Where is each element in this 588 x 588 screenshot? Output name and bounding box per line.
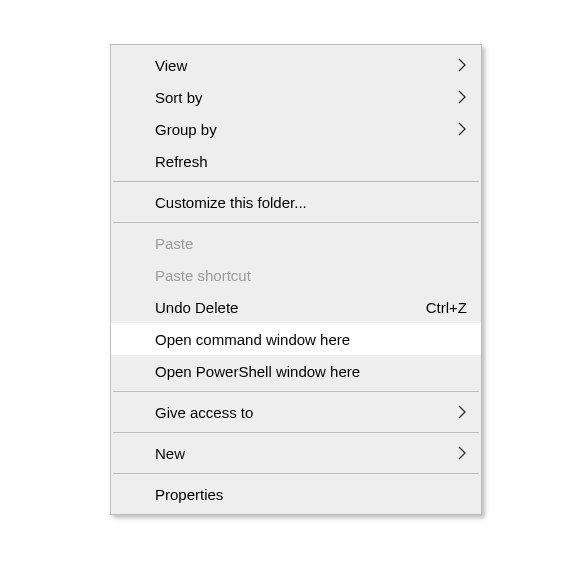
menu-item-label: New (155, 445, 445, 462)
menu-item[interactable]: Open PowerShell window here (111, 355, 481, 387)
menu-item-label: Customize this folder... (155, 194, 467, 211)
menu-item[interactable]: Properties (111, 478, 481, 510)
menu-item-shortcut: Ctrl+Z (426, 299, 467, 316)
menu-item[interactable]: Give access to (111, 396, 481, 428)
menu-item[interactable]: Undo DeleteCtrl+Z (111, 291, 481, 323)
menu-item-label: View (155, 57, 445, 74)
menu-separator (113, 473, 479, 474)
menu-item-label: Sort by (155, 89, 445, 106)
chevron-right-icon (457, 445, 467, 461)
menu-item-label: Paste (155, 235, 467, 252)
chevron-right-icon (457, 89, 467, 105)
menu-separator (113, 432, 479, 433)
chevron-right-icon (457, 57, 467, 73)
menu-item-label: Open PowerShell window here (155, 363, 467, 380)
menu-separator (113, 391, 479, 392)
menu-item[interactable]: New (111, 437, 481, 469)
menu-item[interactable]: Group by (111, 113, 481, 145)
menu-item-label: Paste shortcut (155, 267, 467, 284)
menu-item-label: Refresh (155, 153, 467, 170)
menu-item[interactable]: Customize this folder... (111, 186, 481, 218)
menu-item[interactable]: View (111, 49, 481, 81)
menu-item-label: Properties (155, 486, 467, 503)
chevron-right-icon (457, 121, 467, 137)
menu-item[interactable]: Sort by (111, 81, 481, 113)
menu-item[interactable]: Open command window here (111, 323, 481, 355)
menu-item-label: Undo Delete (155, 299, 414, 316)
menu-item: Paste (111, 227, 481, 259)
menu-item: Paste shortcut (111, 259, 481, 291)
menu-item-label: Give access to (155, 404, 445, 421)
context-menu: ViewSort byGroup byRefreshCustomize this… (110, 44, 482, 515)
menu-item[interactable]: Refresh (111, 145, 481, 177)
menu-separator (113, 181, 479, 182)
menu-separator (113, 222, 479, 223)
chevron-right-icon (457, 404, 467, 420)
menu-item-label: Open command window here (155, 331, 467, 348)
menu-item-label: Group by (155, 121, 445, 138)
